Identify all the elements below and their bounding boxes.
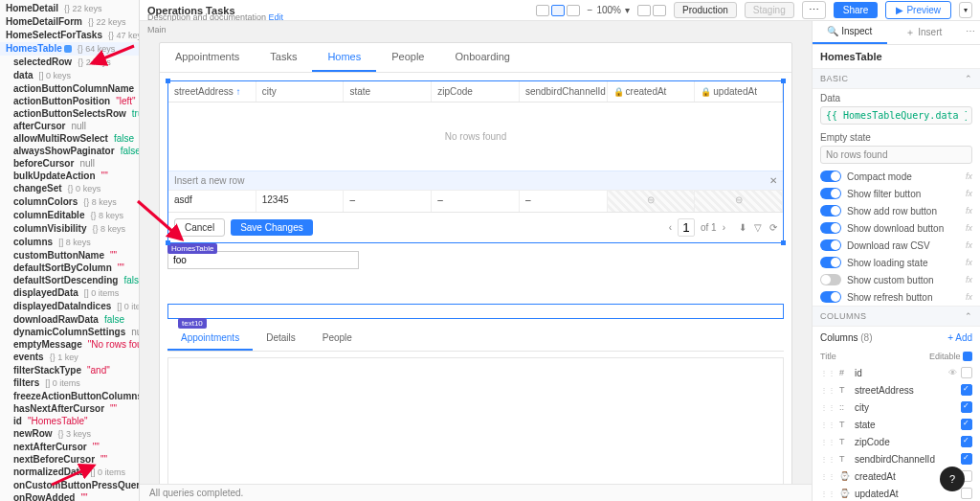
tree-row-normalizedData[interactable]: normalizedData [] 0 items — [0, 466, 139, 479]
tree-row-columnEditable[interactable]: columnEditable {} 8 keys — [0, 209, 139, 222]
new-row-cell[interactable]: – — [432, 191, 520, 212]
new-row-cell[interactable]: – — [520, 191, 608, 212]
env-production-button[interactable]: Production — [674, 2, 737, 18]
tree-row-HomeDetailForm[interactable]: HomeDetailForm {} 22 keys — [0, 15, 139, 29]
tree-row-selectedRow[interactable]: selectedRow {} 2 keys — [0, 56, 139, 69]
tree-row-nextAfterCursor[interactable]: nextAfterCursor "" — [0, 441, 139, 453]
tree-row-nextBeforeCursor[interactable]: nextBeforeCursor "" — [0, 453, 139, 466]
tree-row-actionButtonSelectsRow[interactable]: actionButtonSelectsRow true — [0, 107, 139, 120]
layout-bottom-icon[interactable] — [551, 5, 565, 16]
tree-row-freezeActionButtonColumns[interactable]: freezeActionButtonColumns false — [0, 390, 139, 402]
tree-row-actionButtonColumnName[interactable]: actionButtonColumnName "Actions" — [0, 82, 139, 95]
fx-button[interactable]: fx — [966, 206, 972, 216]
tree-row-alwaysShowPaginator[interactable]: alwaysShowPaginator false — [0, 145, 139, 157]
toggle-show-download-button[interactable] — [820, 222, 841, 234]
tree-row-columnColors[interactable]: columnColors {} 8 keys — [0, 195, 139, 209]
desktop-icon[interactable] — [637, 5, 651, 16]
new-row-cell[interactable]: asdf — [168, 191, 256, 212]
fx-button[interactable]: fx — [966, 223, 972, 233]
tree-row-onRowAdded[interactable]: onRowAdded "" — [0, 491, 139, 501]
editable-checkbox[interactable] — [961, 419, 972, 430]
tree-row-data[interactable]: data [] 0 keys — [0, 69, 139, 82]
tree-row-emptyMessage[interactable]: emptyMessage "No rows found" — [0, 338, 139, 351]
tree-row-onCustomButtonPressQueryName[interactable]: onCustomButtonPressQueryName "" — [0, 479, 139, 491]
toggle-show-refresh-button[interactable] — [820, 291, 841, 303]
tab-inspect[interactable]: 🔍Inspect — [813, 21, 887, 44]
column-config-city[interactable]: ⋮⋮::city — [813, 399, 980, 416]
tree-row-columns[interactable]: columns [] 8 keys — [0, 236, 139, 249]
detail-tab-people[interactable]: People — [309, 327, 366, 351]
add-column-button[interactable]: + Add — [947, 332, 972, 343]
tree-row-displayedData[interactable]: displayedData [] 0 items — [0, 286, 139, 300]
layout-right-icon[interactable] — [567, 5, 580, 16]
fx-button[interactable]: fx — [966, 189, 972, 198]
detail-tab-appointments[interactable]: Appointments — [167, 327, 253, 351]
tree-row-HomesTable[interactable]: HomesTable {} 64 keys — [0, 42, 139, 56]
tree-row-displayedDataIndices[interactable]: displayedDataIndices [] 0 items — [0, 300, 139, 313]
tab-homes[interactable]: Homes — [312, 43, 376, 72]
fx-button[interactable]: fx — [966, 240, 972, 250]
column-header-updatedAt[interactable]: 🔒updatedAt — [695, 81, 783, 102]
column-header-zipCode[interactable]: zipCode — [432, 81, 520, 102]
new-row-cell[interactable]: 12345 — [256, 191, 345, 212]
column-config-state[interactable]: ⋮⋮Tstate — [813, 416, 980, 433]
tree-row-actionButtonPosition[interactable]: actionButtonPosition "left" — [0, 95, 139, 107]
tree-row-customButtonName[interactable]: customButtonName "" — [0, 249, 139, 262]
refresh-icon[interactable]: ⟳ — [769, 222, 777, 233]
share-button[interactable]: Share — [834, 2, 879, 18]
tree-row-defaultSortDescending[interactable]: defaultSortDescending false — [0, 274, 139, 286]
column-header-streetAddress[interactable]: streetAddress — [168, 81, 256, 102]
editable-checkbox[interactable] — [961, 384, 972, 396]
help-fab[interactable]: ? — [940, 467, 965, 491]
column-config-zipCode[interactable]: ⋮⋮TzipCode — [813, 433, 980, 450]
tree-row-events[interactable]: events {} 1 key — [0, 351, 139, 364]
resize-handle[interactable] — [781, 240, 786, 245]
detail-tab-details[interactable]: Details — [253, 327, 309, 351]
fx-button[interactable]: fx — [966, 275, 972, 285]
tree-row-defaultSortByColumn[interactable]: defaultSortByColumn "" — [0, 262, 139, 274]
tree-row-hasNextAfterCursor[interactable]: hasNextAfterCursor "" — [0, 402, 139, 415]
toggle-show-loading-state[interactable] — [820, 257, 841, 268]
resize-handle[interactable] — [166, 79, 170, 83]
editable-checkbox[interactable] — [961, 401, 972, 413]
zoom-control[interactable]: − 100% ▾ — [588, 5, 630, 15]
toggle-download-raw-csv[interactable] — [820, 239, 841, 251]
homes-table-component[interactable]: streetAddresscitystatezipCodesendbirdCha… — [167, 80, 784, 243]
tree-row-dynamicColumnSettings[interactable]: dynamicColumnSettings null — [0, 326, 139, 338]
more-menu-button[interactable]: ⋯ — [802, 1, 826, 19]
inspector-more-icon[interactable]: ⋯ — [961, 21, 980, 44]
tree-row-id[interactable]: id "HomesTable" — [0, 415, 139, 427]
resize-handle[interactable] — [166, 240, 170, 245]
resize-handle[interactable] — [781, 79, 786, 83]
toggle-show-filter-button[interactable] — [820, 188, 841, 199]
column-config-streetAddress[interactable]: ⋮⋮TstreetAddress — [813, 381, 980, 399]
toggle-show-custom-button[interactable] — [820, 274, 841, 285]
tree-row-changeSet[interactable]: changeSet {} 0 keys — [0, 182, 139, 195]
fx-button[interactable]: fx — [966, 258, 972, 267]
column-header-city[interactable]: city — [256, 81, 345, 102]
column-header-createdAt[interactable]: 🔒createdAt — [608, 81, 696, 102]
tree-row-bulkUpdateAction[interactable]: bulkUpdateAction "" — [0, 170, 139, 182]
column-header-state[interactable]: state — [344, 81, 432, 102]
tree-row-allowMultiRowSelect[interactable]: allowMultiRowSelect false — [0, 132, 139, 145]
layout-left-icon[interactable] — [536, 5, 549, 16]
column-config-id[interactable]: ⋮⋮#id👁 — [813, 364, 980, 381]
env-staging-button[interactable]: Staging — [745, 2, 794, 18]
component-tag[interactable]: text10 — [178, 318, 207, 329]
tree-row-columnVisibility[interactable]: columnVisibility {} 8 keys — [0, 222, 139, 236]
cancel-button[interactable]: Cancel — [174, 218, 225, 237]
mobile-icon[interactable] — [653, 5, 666, 16]
data-expression-input[interactable] — [820, 106, 972, 125]
save-button[interactable]: Save Changes — [231, 219, 313, 236]
download-icon[interactable]: ⬇ — [739, 222, 746, 233]
tree-row-filterStackType[interactable]: filterStackType "and" — [0, 364, 139, 376]
filter-icon[interactable]: ▽ — [754, 222, 762, 233]
empty-state-input[interactable] — [820, 146, 972, 164]
tree-row-afterCursor[interactable]: afterCursor null — [0, 120, 139, 132]
text10-component[interactable]: text10 — [167, 304, 784, 319]
tree-row-downloadRawData[interactable]: downloadRawData false — [0, 313, 139, 326]
toggle-compact-mode[interactable] — [820, 171, 841, 182]
tree-row-beforeCursor[interactable]: beforeCursor null — [0, 157, 139, 170]
close-insert-icon[interactable]: ✕ — [769, 175, 777, 186]
preview-dropdown[interactable]: ▾ — [959, 2, 972, 18]
